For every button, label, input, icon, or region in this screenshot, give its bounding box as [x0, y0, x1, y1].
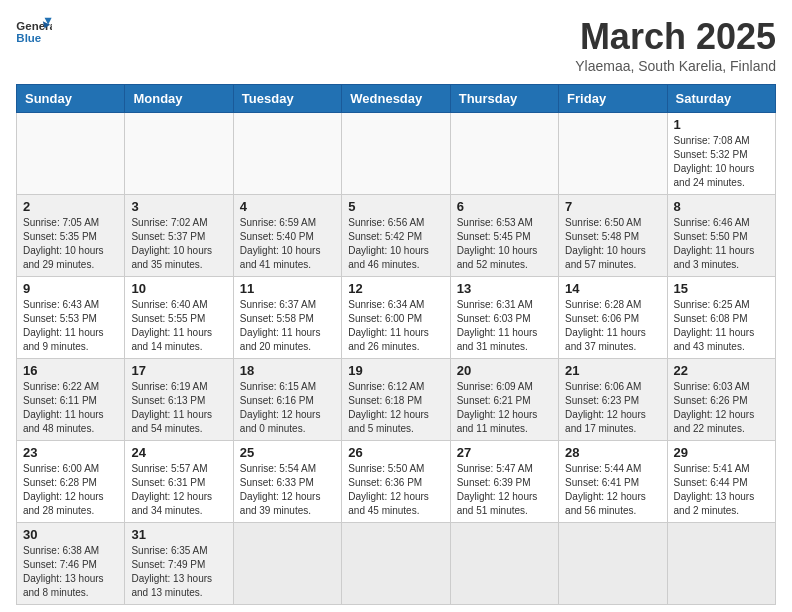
day-number: 4 [240, 199, 335, 214]
calendar-week-row: 2Sunrise: 7:05 AM Sunset: 5:35 PM Daylig… [17, 195, 776, 277]
day-number: 28 [565, 445, 660, 460]
weekday-header-tuesday: Tuesday [233, 85, 341, 113]
day-info: Sunrise: 6:19 AM Sunset: 6:13 PM Dayligh… [131, 380, 226, 436]
weekday-header-sunday: Sunday [17, 85, 125, 113]
calendar-week-row: 30Sunrise: 6:38 AM Sunset: 7:46 PM Dayli… [17, 523, 776, 605]
day-number: 7 [565, 199, 660, 214]
day-info: Sunrise: 6:56 AM Sunset: 5:42 PM Dayligh… [348, 216, 443, 272]
calendar-day-cell: 15Sunrise: 6:25 AM Sunset: 6:08 PM Dayli… [667, 277, 775, 359]
calendar-day-cell: 3Sunrise: 7:02 AM Sunset: 5:37 PM Daylig… [125, 195, 233, 277]
day-info: Sunrise: 6:06 AM Sunset: 6:23 PM Dayligh… [565, 380, 660, 436]
title-block: March 2025 Ylaemaa, South Karelia, Finla… [575, 16, 776, 74]
location-subtitle: Ylaemaa, South Karelia, Finland [575, 58, 776, 74]
day-number: 2 [23, 199, 118, 214]
logo-icon: General Blue [16, 16, 52, 46]
day-number: 25 [240, 445, 335, 460]
calendar-week-row: 9Sunrise: 6:43 AM Sunset: 5:53 PM Daylig… [17, 277, 776, 359]
calendar-day-cell [559, 523, 667, 605]
calendar-day-cell: 14Sunrise: 6:28 AM Sunset: 6:06 PM Dayli… [559, 277, 667, 359]
calendar-day-cell: 6Sunrise: 6:53 AM Sunset: 5:45 PM Daylig… [450, 195, 558, 277]
calendar-day-cell: 26Sunrise: 5:50 AM Sunset: 6:36 PM Dayli… [342, 441, 450, 523]
day-info: Sunrise: 6:46 AM Sunset: 5:50 PM Dayligh… [674, 216, 769, 272]
calendar-day-cell: 8Sunrise: 6:46 AM Sunset: 5:50 PM Daylig… [667, 195, 775, 277]
calendar-day-cell [450, 113, 558, 195]
day-number: 16 [23, 363, 118, 378]
day-number: 29 [674, 445, 769, 460]
day-info: Sunrise: 6:35 AM Sunset: 7:49 PM Dayligh… [131, 544, 226, 600]
day-info: Sunrise: 6:09 AM Sunset: 6:21 PM Dayligh… [457, 380, 552, 436]
calendar-day-cell: 19Sunrise: 6:12 AM Sunset: 6:18 PM Dayli… [342, 359, 450, 441]
day-info: Sunrise: 7:08 AM Sunset: 5:32 PM Dayligh… [674, 134, 769, 190]
calendar-week-row: 1Sunrise: 7:08 AM Sunset: 5:32 PM Daylig… [17, 113, 776, 195]
calendar-table: SundayMondayTuesdayWednesdayThursdayFrid… [16, 84, 776, 605]
day-info: Sunrise: 6:12 AM Sunset: 6:18 PM Dayligh… [348, 380, 443, 436]
day-number: 1 [674, 117, 769, 132]
svg-text:Blue: Blue [16, 32, 41, 44]
calendar-day-cell: 18Sunrise: 6:15 AM Sunset: 6:16 PM Dayli… [233, 359, 341, 441]
calendar-day-cell: 28Sunrise: 5:44 AM Sunset: 6:41 PM Dayli… [559, 441, 667, 523]
day-info: Sunrise: 6:37 AM Sunset: 5:58 PM Dayligh… [240, 298, 335, 354]
calendar-day-cell: 4Sunrise: 6:59 AM Sunset: 5:40 PM Daylig… [233, 195, 341, 277]
day-info: Sunrise: 6:40 AM Sunset: 5:55 PM Dayligh… [131, 298, 226, 354]
calendar-day-cell: 23Sunrise: 6:00 AM Sunset: 6:28 PM Dayli… [17, 441, 125, 523]
calendar-day-cell [17, 113, 125, 195]
day-number: 6 [457, 199, 552, 214]
day-number: 14 [565, 281, 660, 296]
month-title: March 2025 [575, 16, 776, 58]
day-info: Sunrise: 6:28 AM Sunset: 6:06 PM Dayligh… [565, 298, 660, 354]
calendar-day-cell: 29Sunrise: 5:41 AM Sunset: 6:44 PM Dayli… [667, 441, 775, 523]
calendar-day-cell: 13Sunrise: 6:31 AM Sunset: 6:03 PM Dayli… [450, 277, 558, 359]
calendar-day-cell: 2Sunrise: 7:05 AM Sunset: 5:35 PM Daylig… [17, 195, 125, 277]
day-number: 9 [23, 281, 118, 296]
day-info: Sunrise: 5:47 AM Sunset: 6:39 PM Dayligh… [457, 462, 552, 518]
calendar-week-row: 16Sunrise: 6:22 AM Sunset: 6:11 PM Dayli… [17, 359, 776, 441]
calendar-day-cell: 24Sunrise: 5:57 AM Sunset: 6:31 PM Dayli… [125, 441, 233, 523]
calendar-day-cell [450, 523, 558, 605]
calendar-day-cell: 22Sunrise: 6:03 AM Sunset: 6:26 PM Dayli… [667, 359, 775, 441]
day-number: 31 [131, 527, 226, 542]
calendar-day-cell: 25Sunrise: 5:54 AM Sunset: 6:33 PM Dayli… [233, 441, 341, 523]
day-number: 12 [348, 281, 443, 296]
day-number: 18 [240, 363, 335, 378]
weekday-header-friday: Friday [559, 85, 667, 113]
day-number: 27 [457, 445, 552, 460]
logo: General Blue [16, 16, 52, 46]
day-number: 19 [348, 363, 443, 378]
day-number: 8 [674, 199, 769, 214]
calendar-day-cell [342, 523, 450, 605]
day-number: 20 [457, 363, 552, 378]
day-info: Sunrise: 6:22 AM Sunset: 6:11 PM Dayligh… [23, 380, 118, 436]
weekday-header-monday: Monday [125, 85, 233, 113]
day-info: Sunrise: 6:00 AM Sunset: 6:28 PM Dayligh… [23, 462, 118, 518]
day-info: Sunrise: 5:41 AM Sunset: 6:44 PM Dayligh… [674, 462, 769, 518]
day-number: 17 [131, 363, 226, 378]
calendar-week-row: 23Sunrise: 6:00 AM Sunset: 6:28 PM Dayli… [17, 441, 776, 523]
calendar-day-cell: 20Sunrise: 6:09 AM Sunset: 6:21 PM Dayli… [450, 359, 558, 441]
calendar-day-cell: 7Sunrise: 6:50 AM Sunset: 5:48 PM Daylig… [559, 195, 667, 277]
day-number: 15 [674, 281, 769, 296]
calendar-day-cell: 11Sunrise: 6:37 AM Sunset: 5:58 PM Dayli… [233, 277, 341, 359]
day-number: 23 [23, 445, 118, 460]
calendar-day-cell [342, 113, 450, 195]
day-number: 10 [131, 281, 226, 296]
day-number: 24 [131, 445, 226, 460]
calendar-day-cell: 30Sunrise: 6:38 AM Sunset: 7:46 PM Dayli… [17, 523, 125, 605]
day-info: Sunrise: 6:25 AM Sunset: 6:08 PM Dayligh… [674, 298, 769, 354]
day-info: Sunrise: 6:53 AM Sunset: 5:45 PM Dayligh… [457, 216, 552, 272]
day-info: Sunrise: 5:44 AM Sunset: 6:41 PM Dayligh… [565, 462, 660, 518]
day-info: Sunrise: 7:02 AM Sunset: 5:37 PM Dayligh… [131, 216, 226, 272]
day-info: Sunrise: 6:15 AM Sunset: 6:16 PM Dayligh… [240, 380, 335, 436]
day-number: 11 [240, 281, 335, 296]
day-info: Sunrise: 6:03 AM Sunset: 6:26 PM Dayligh… [674, 380, 769, 436]
day-info: Sunrise: 6:34 AM Sunset: 6:00 PM Dayligh… [348, 298, 443, 354]
day-info: Sunrise: 6:38 AM Sunset: 7:46 PM Dayligh… [23, 544, 118, 600]
calendar-day-cell: 17Sunrise: 6:19 AM Sunset: 6:13 PM Dayli… [125, 359, 233, 441]
weekday-header-thursday: Thursday [450, 85, 558, 113]
day-info: Sunrise: 6:31 AM Sunset: 6:03 PM Dayligh… [457, 298, 552, 354]
calendar-day-cell: 10Sunrise: 6:40 AM Sunset: 5:55 PM Dayli… [125, 277, 233, 359]
weekday-header-wednesday: Wednesday [342, 85, 450, 113]
calendar-day-cell: 21Sunrise: 6:06 AM Sunset: 6:23 PM Dayli… [559, 359, 667, 441]
calendar-day-cell [233, 523, 341, 605]
calendar-day-cell: 16Sunrise: 6:22 AM Sunset: 6:11 PM Dayli… [17, 359, 125, 441]
day-info: Sunrise: 6:59 AM Sunset: 5:40 PM Dayligh… [240, 216, 335, 272]
